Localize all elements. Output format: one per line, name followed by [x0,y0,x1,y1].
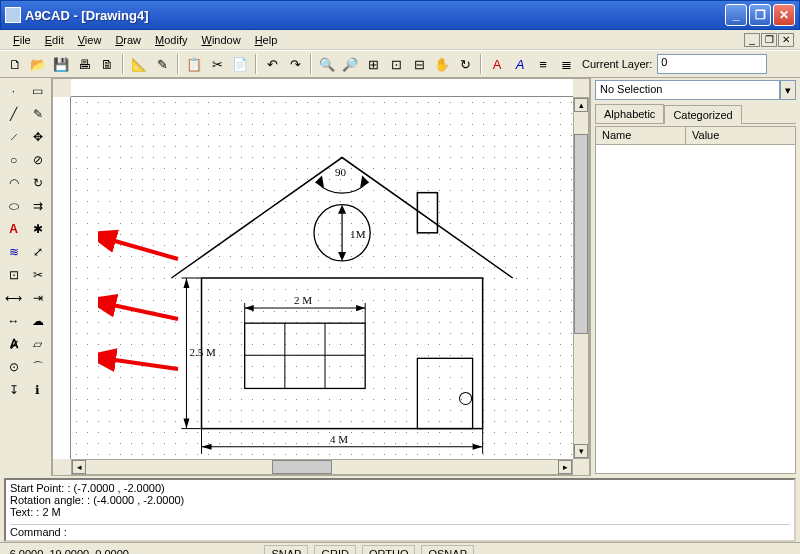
dim-style-button[interactable]: A [509,53,531,75]
mirror-tool[interactable]: ▱ [26,333,49,355]
menubar: File Edit View Draw Modify Window Help _… [0,30,800,50]
menu-window[interactable]: Window [194,32,247,48]
main-toolbar: 🗋 📂 💾 🖶 🗎 📐 ✎ 📋 ✂ 📄 ↶ ↷ 🔍 🔎 ⊞ ⊡ ⊟ ✋ ↻ A … [0,50,800,78]
rotate-tool[interactable]: ↻ [26,172,49,194]
linetype-button[interactable]: ≣ [555,53,577,75]
arc-tool[interactable]: ◠ [2,172,25,194]
rect-tool[interactable]: ▭ [26,80,49,102]
scroll-right-arrow[interactable]: ▸ [558,460,572,474]
minimize-button[interactable]: _ [725,4,747,26]
zoom-out-button[interactable]: 🔎 [339,53,361,75]
menu-edit[interactable]: Edit [38,32,71,48]
point-tool[interactable]: · [2,80,25,102]
mdi-close-button[interactable]: ✕ [778,33,794,47]
menu-modify[interactable]: Modify [148,32,194,48]
circle-tool[interactable]: ○ [2,149,25,171]
image-tool[interactable]: ⊡ [2,264,25,286]
mdi-minimize-button[interactable]: _ [744,33,760,47]
drawing-area[interactable]: 1M 90 2 M [52,78,590,476]
col-name[interactable]: Name [596,127,686,144]
dim-base-label: 4 M [330,433,348,445]
command-console[interactable]: Start Point: : (-7.0000 , -2.0000) Rotat… [4,478,796,542]
drawing-svg: 1M 90 2 M [71,97,573,459]
menu-view[interactable]: View [71,32,109,48]
scroll-v-thumb[interactable] [574,134,588,334]
hatch-tool[interactable]: ≋ [2,241,25,263]
osnap-toggle[interactable]: OSNAP [421,545,474,555]
pan-button[interactable]: ✋ [431,53,453,75]
snap-toggle[interactable]: SNAP [264,545,308,555]
tab-alphabetic[interactable]: Alphabetic [595,104,664,123]
ruler-horizontal [71,79,573,97]
print-button[interactable]: 🖶 [73,53,95,75]
redraw-button[interactable]: ↻ [454,53,476,75]
titlebar: A9CAD - [Drawing4] _ ❐ ✕ [0,0,800,30]
undo-button[interactable]: ↶ [261,53,283,75]
console-line: Start Point: : (-7.0000 , -2.0000) [10,482,790,494]
maximize-button[interactable]: ❐ [749,4,771,26]
canvas[interactable]: 1M 90 2 M [71,97,573,459]
menu-file[interactable]: File [6,32,38,48]
menu-help[interactable]: Help [248,32,285,48]
copy-button[interactable]: 📋 [183,53,205,75]
move-tool[interactable]: ✥ [26,126,49,148]
dim-ord-tool[interactable]: ↧ [2,379,25,401]
zoom-extents-button[interactable]: ⊡ [385,53,407,75]
zoom-prev-button[interactable]: ⊟ [408,53,430,75]
paste-button[interactable]: 📄 [229,53,251,75]
print-preview-button[interactable]: 🗎 [96,53,118,75]
svg-point-13 [460,392,472,404]
trim-tool[interactable]: ✂ [26,264,49,286]
dim-angle-label: 90 [335,166,347,178]
dim-angle-tool[interactable]: A̷ [2,333,25,355]
dim-aligned-tool[interactable]: ↔ [2,310,25,332]
cut-button[interactable]: ✂ [206,53,228,75]
break-tool[interactable]: ⊘ [26,149,49,171]
scrollbar-vertical[interactable]: ▴ ▾ [573,97,589,459]
fillet-tool[interactable]: ⌒ [26,356,49,378]
mdi-restore-button[interactable]: ❐ [761,33,777,47]
ortho-toggle[interactable]: ORTHO [362,545,416,555]
redo-button[interactable]: ↷ [284,53,306,75]
new-button[interactable]: 🗋 [4,53,26,75]
zoom-in-button[interactable]: 🔍 [316,53,338,75]
polyline-tool[interactable]: ⟋ [2,126,25,148]
properties-grid[interactable]: Name Value [595,126,796,474]
scroll-left-arrow[interactable]: ◂ [72,460,86,474]
scrollbar-horizontal[interactable]: ◂ ▸ [71,459,573,475]
dist-button[interactable]: 📐 [128,53,150,75]
svg-marker-5 [338,252,346,261]
tab-categorized[interactable]: Categorized [664,105,741,124]
offset-tool[interactable]: ⇉ [26,195,49,217]
scroll-h-thumb[interactable] [272,460,332,474]
zoom-window-button[interactable]: ⊞ [362,53,384,75]
scale-tool[interactable]: ⤢ [26,241,49,263]
layer-combobox[interactable]: 0 [657,54,767,74]
dim-radial-tool[interactable]: ⊙ [2,356,25,378]
selection-dropdown-button[interactable]: ▾ [780,80,796,100]
close-button[interactable]: ✕ [773,4,795,26]
erase-tool[interactable]: ✎ [26,103,49,125]
grid-toggle[interactable]: GRID [314,545,356,555]
col-value[interactable]: Value [686,127,725,144]
menu-draw[interactable]: Draw [108,32,148,48]
dim-linear-tool[interactable]: ⟷ [2,287,25,309]
entity-info-tool[interactable]: ℹ [26,379,49,401]
line-tool[interactable]: ╱ [2,103,25,125]
extend-tool[interactable]: ⇥ [26,287,49,309]
properties-panel: No Selection ▾ Alphabetic Categorized Na… [590,78,800,476]
scroll-down-arrow[interactable]: ▾ [574,444,588,458]
text-style-button[interactable]: A [486,53,508,75]
left-toolbox: · ▭ ╱ ✎ ⟋ ✥ ○ ⊘ ◠ ↻ ⬭ ⇉ A ✱ ≋ ⤢ ⊡ ✂ ⟷ ⇥ … [0,78,52,476]
explode-tool[interactable]: ✱ [26,218,49,240]
cloud-tool[interactable]: ☁ [26,310,49,332]
ellipse-tool[interactable]: ⬭ [2,195,25,217]
save-button[interactable]: 💾 [50,53,72,75]
open-button[interactable]: 📂 [27,53,49,75]
match-button[interactable]: ✎ [151,53,173,75]
selection-combobox[interactable]: No Selection [595,80,780,100]
scroll-up-arrow[interactable]: ▴ [574,98,588,112]
layers-button[interactable]: ≡ [532,53,554,75]
command-input[interactable]: Command : [10,524,790,538]
text-tool[interactable]: A [2,218,25,240]
